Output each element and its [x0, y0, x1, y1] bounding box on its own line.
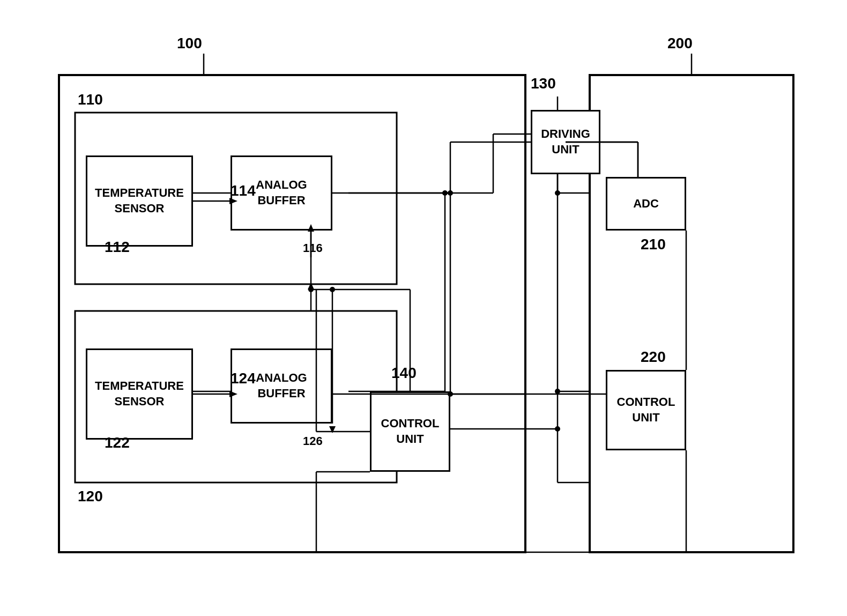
connection-lines — [27, 27, 820, 595]
ref-130: 130 — [531, 75, 556, 92]
ref-116: 116 — [303, 241, 323, 255]
svg-marker-11 — [308, 283, 314, 290]
svg-point-26 — [442, 190, 448, 196]
ref-210: 210 — [641, 236, 666, 253]
ref-126: 126 — [303, 434, 323, 448]
ref-124: 124 — [231, 370, 256, 387]
control-unit-140-label: CONTROL UNIT — [381, 416, 440, 447]
diagram: 100 110 120 130 200 TEMPERATURE SENSOR 1… — [27, 27, 820, 595]
svg-point-41 — [448, 190, 453, 196]
svg-point-56 — [308, 287, 314, 292]
extra-lines — [27, 27, 820, 595]
temp-sensor-2-label: TEMPERATURE SENSOR — [95, 378, 184, 409]
ref-110: 110 — [78, 91, 103, 108]
ref-122: 122 — [105, 434, 130, 451]
svg-marker-51 — [329, 426, 336, 433]
adc-box: ADC — [606, 177, 686, 231]
temp-sensor-1-label: TEMPERATURE SENSOR — [95, 185, 184, 216]
svg-point-55 — [330, 287, 335, 292]
ref-100: 100 — [177, 35, 202, 52]
svg-rect-1 — [590, 75, 793, 552]
driving-unit-box: DRIVING UNIT — [531, 110, 600, 174]
driving-unit-label: DRIVING UNIT — [541, 127, 590, 157]
control-unit-220-label: CONTROL UNIT — [617, 395, 675, 425]
temp-sensor-1-box: TEMPERATURE SENSOR — [86, 155, 193, 247]
svg-rect-0 — [59, 75, 525, 552]
svg-point-28 — [555, 389, 560, 394]
ref-220: 220 — [641, 348, 666, 366]
analog-buffer-2-label: ANALOG BUFFER — [256, 370, 307, 401]
ref-200: 200 — [667, 35, 693, 52]
analog-buffer-1-label: ANALOG BUFFER — [256, 177, 307, 208]
svg-point-29 — [555, 426, 560, 432]
ref-140: 140 — [391, 365, 417, 382]
ref-114: 114 — [231, 182, 256, 199]
ref-120: 120 — [78, 488, 103, 505]
svg-point-27 — [555, 190, 560, 196]
adc-label: ADC — [633, 196, 659, 212]
control-unit-140-box: CONTROL UNIT — [370, 391, 450, 472]
temp-sensor-2-box: TEMPERATURE SENSOR — [86, 348, 193, 440]
control-unit-220-box: CONTROL UNIT — [606, 370, 686, 450]
ref-112: 112 — [105, 239, 130, 256]
